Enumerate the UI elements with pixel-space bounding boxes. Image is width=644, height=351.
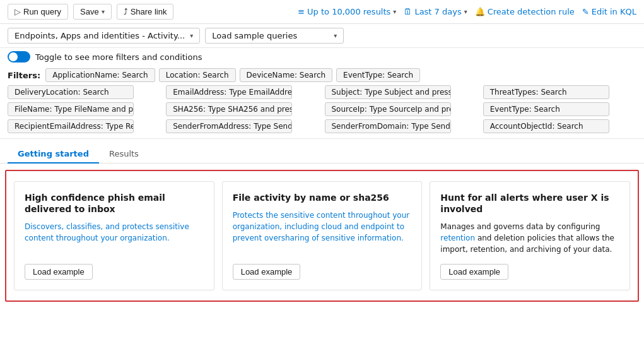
- filter-chip-emailaddress[interactable]: EmailAddress: Type EmailAddres...: [166, 85, 292, 99]
- filter-chip-eventtype1[interactable]: EventType: Search: [336, 68, 420, 82]
- share-icon: ⤴: [124, 7, 128, 16]
- filter-chip-subject[interactable]: Subject: Type Subject and press ...: [325, 85, 451, 99]
- toggle-label: Toggle to see more filters and condition…: [35, 52, 202, 62]
- sample-queries-dropdown[interactable]: Load sample queries ▾: [205, 28, 344, 44]
- filter-chip-sourceip[interactable]: SourceIp: Type SourceIp and pre...: [325, 102, 451, 116]
- results-limit-icon: ≡: [298, 7, 305, 16]
- edit-icon: ✎: [582, 7, 589, 16]
- card-hunt-alerts-title: Hunt for all alerts where user X is invo…: [440, 192, 619, 215]
- results-limit-button[interactable]: ≡ Up to 10,000 results ▾: [298, 7, 396, 16]
- filters-section: Filters: ApplicationName: Search Locatio…: [0, 66, 644, 139]
- sample-queries-chevron-icon: ▾: [334, 32, 337, 39]
- play-icon: ▷: [15, 7, 21, 16]
- card-file-activity: File activity by name or sha256 Protects…: [222, 181, 423, 290]
- card-phish-email-title: High confidence phish email delivered to…: [25, 192, 204, 215]
- filter-row: Endpoints, Apps and identities - Activit…: [0, 24, 644, 48]
- results-limit-label: Up to 10,000 results: [307, 7, 390, 16]
- calendar-icon: 🗓: [404, 7, 412, 16]
- first-filter-row: Filters: ApplicationName: Search Locatio…: [8, 68, 636, 82]
- tabs-section: Getting started Results: [0, 139, 644, 164]
- rule-icon: 🔔: [475, 7, 485, 16]
- filter-toggle[interactable]: [8, 51, 30, 62]
- tab-results-label: Results: [109, 149, 139, 158]
- sample-queries-label: Load sample queries: [212, 31, 297, 40]
- filter-chip-accountobjectid[interactable]: AccountObjectId: Search: [483, 119, 609, 133]
- endpoint-dropdown-label: Endpoints, Apps and identities - Activit…: [15, 31, 185, 40]
- load-example-label-3: Load example: [448, 267, 500, 277]
- load-example-button-3[interactable]: Load example: [440, 264, 508, 280]
- endpoint-dropdown-chevron-icon: ▾: [190, 32, 193, 39]
- card-phish-email-desc: Discovers, classifies, and protects sens…: [25, 221, 204, 255]
- create-rule-label: Create detection rule: [488, 7, 575, 16]
- filter-chip-eventtype2[interactable]: EventType: Search: [483, 102, 609, 116]
- time-range-label: Last 7 days: [414, 7, 461, 16]
- time-range-button[interactable]: 🗓 Last 7 days ▾: [404, 7, 467, 16]
- card-hunt-alerts: Hunt for all alerts where user X is invo…: [430, 181, 630, 290]
- cards-section: High confidence phish email delivered to…: [5, 170, 639, 302]
- filter-chip-applicationname[interactable]: ApplicationName: Search: [45, 68, 155, 82]
- run-query-button[interactable]: ▷ Run query: [8, 4, 68, 20]
- time-range-chevron-icon: ▾: [464, 8, 467, 15]
- load-example-button-1[interactable]: Load example: [25, 264, 93, 280]
- filter-chip-senderfromaddress[interactable]: SenderFromAddress: Type Send...: [166, 119, 292, 133]
- card-file-activity-desc: Protects the sensitive content throughou…: [233, 210, 412, 255]
- tab-getting-started[interactable]: Getting started: [8, 145, 99, 164]
- tab-results[interactable]: Results: [99, 145, 149, 164]
- create-detection-rule-button[interactable]: 🔔 Create detection rule: [475, 7, 575, 16]
- share-link-label: Share link: [131, 7, 167, 16]
- load-example-label-2: Load example: [241, 267, 293, 277]
- filter-chip-senderfromdomain[interactable]: SenderFromDomain: Type Sende...: [325, 119, 451, 133]
- share-link-button[interactable]: ⤴ Share link: [117, 4, 174, 20]
- toggle-row: Toggle to see more filters and condition…: [0, 48, 644, 66]
- endpoint-dropdown[interactable]: Endpoints, Apps and identities - Activit…: [8, 28, 200, 44]
- results-limit-chevron-icon: ▾: [393, 8, 396, 15]
- card-phish-email: High confidence phish email delivered to…: [14, 181, 214, 290]
- filters-label: Filters:: [8, 71, 40, 80]
- save-button[interactable]: Save ▾: [73, 4, 112, 20]
- toolbar: ▷ Run query Save ▾ ⤴ Share link ≡ Up to …: [0, 0, 644, 24]
- toolbar-right: ≡ Up to 10,000 results ▾ 🗓 Last 7 days ▾…: [298, 7, 636, 16]
- card-file-activity-title: File activity by name or sha256: [233, 192, 412, 203]
- card-hunt-alerts-desc: Manages and governs data by configuring …: [440, 221, 619, 255]
- save-label: Save: [80, 7, 99, 16]
- filter-chip-location[interactable]: Location: Search: [159, 68, 236, 82]
- filter-chip-threattypes[interactable]: ThreatTypes: Search: [483, 85, 609, 99]
- load-example-button-2[interactable]: Load example: [233, 264, 301, 280]
- tab-getting-started-label: Getting started: [18, 149, 89, 158]
- edit-kql-label: Edit in KQL: [592, 7, 636, 16]
- filter-chip-recipientemail[interactable]: RecipientEmailAddress: Type Rec...: [8, 119, 134, 133]
- load-example-label-1: Load example: [33, 267, 85, 277]
- filter-chip-filename[interactable]: FileName: Type FileName and pr...: [8, 102, 134, 116]
- run-query-label: Run query: [23, 7, 61, 16]
- filter-chip-sha256[interactable]: SHA256: Type SHA256 and pres...: [166, 102, 292, 116]
- filter-chip-devicename[interactable]: DeviceName: Search: [240, 68, 333, 82]
- save-chevron-icon: ▾: [102, 8, 105, 15]
- filter-chip-deliverylocation[interactable]: DeliveryLocation: Search: [8, 85, 134, 99]
- edit-kql-button[interactable]: ✎ Edit in KQL: [582, 7, 636, 16]
- tabs: Getting started Results: [8, 145, 636, 163]
- filter-chips-grid: DeliveryLocation: Search EmailAddress: T…: [8, 85, 636, 133]
